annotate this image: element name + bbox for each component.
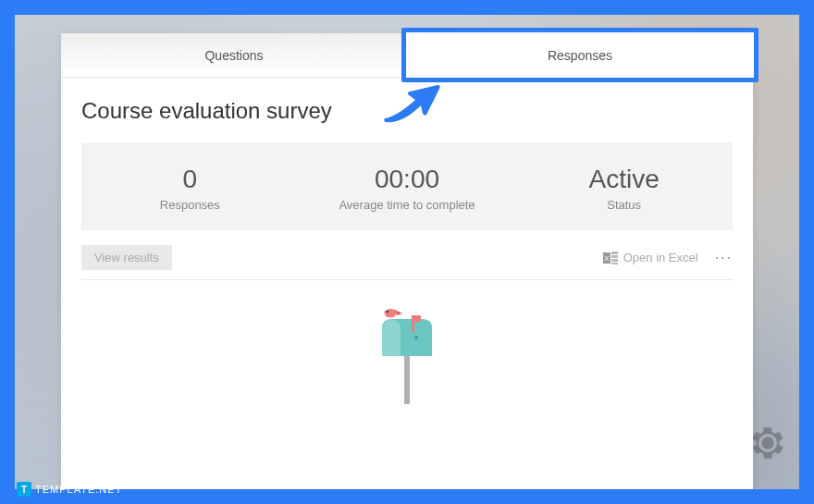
watermark-text: TEMPLATE.NET: [35, 484, 122, 495]
arrow-annotation-icon: [380, 80, 445, 126]
stat-status-label: Status: [515, 198, 733, 212]
svg-rect-2: [611, 255, 618, 258]
stat-avgtime-label: Average time to complete: [299, 198, 516, 212]
stat-responses: 0 Responses: [81, 165, 299, 212]
tab-questions[interactable]: Questions: [61, 33, 407, 77]
form-card: Questions Responses Course evaluation su…: [61, 33, 753, 489]
svg-rect-1: [611, 252, 618, 254]
tab-responses-wrapper: Responses: [407, 33, 753, 77]
mailbox-icon: [365, 302, 449, 404]
more-options-button[interactable]: ···: [715, 250, 733, 266]
actions-row: View results X Open in Excel ···: [81, 245, 733, 280]
stat-responses-value: 0: [81, 165, 299, 194]
gear-decoration-icon: [749, 424, 786, 461]
svg-rect-3: [611, 259, 618, 262]
stats-bar: 0 Responses 00:00 Average time to comple…: [81, 142, 733, 230]
stat-status-value: Active: [515, 165, 733, 194]
excel-icon: X: [603, 252, 618, 264]
svg-rect-4: [611, 263, 618, 264]
watermark-badge: T: [17, 482, 31, 497]
content-area: Course evaluation survey 0 Responses 00:…: [61, 78, 753, 404]
watermark: T TEMPLATE.NET: [17, 482, 122, 497]
stat-avgtime: 00:00 Average time to complete: [299, 165, 516, 212]
svg-rect-11: [412, 315, 421, 322]
stat-status: Active Status: [515, 165, 733, 212]
svg-point-12: [387, 311, 388, 313]
view-results-button[interactable]: View results: [81, 245, 172, 270]
app-viewport: Questions Responses Course evaluation su…: [15, 15, 799, 489]
tabs-bar: Questions Responses: [61, 33, 753, 78]
stat-responses-label: Responses: [81, 198, 299, 212]
stat-avgtime-value: 00:00: [299, 165, 516, 194]
open-in-excel-button[interactable]: X Open in Excel: [603, 251, 698, 264]
empty-state: [81, 280, 733, 404]
tab-responses[interactable]: Responses: [407, 33, 753, 77]
svg-rect-6: [404, 356, 410, 404]
open-in-excel-label: Open in Excel: [623, 251, 698, 264]
svg-rect-8: [382, 328, 401, 356]
svg-text:X: X: [604, 254, 610, 263]
svg-point-9: [414, 336, 418, 339]
